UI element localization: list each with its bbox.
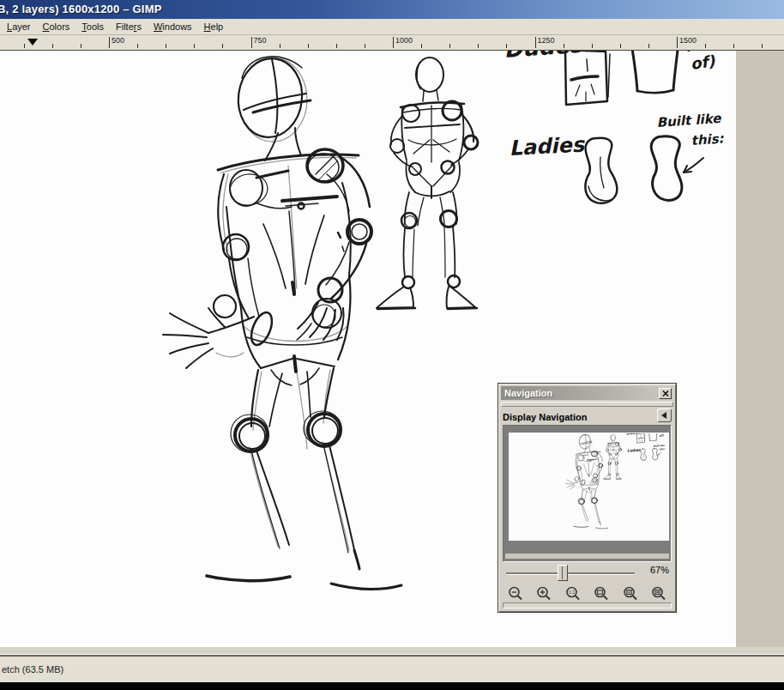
- menu-tools[interactable]: Tools: [75, 20, 110, 33]
- status-bar: etch (63.5 MB): [0, 657, 784, 682]
- menu-help[interactable]: Help: [198, 20, 230, 33]
- navigation-zoom-buttons: 1:1: [505, 584, 669, 602]
- magnifier-minus-icon: [507, 585, 524, 602]
- zoom-slider-handle[interactable]: [558, 565, 568, 581]
- canvas-bottom-gap: [0, 647, 784, 654]
- window-title: B, 2 layers) 1600x1200 – GIMP: [0, 3, 162, 15]
- navigation-close-button[interactable]: [659, 388, 672, 399]
- magnifier-1-1-icon: 1:1: [564, 585, 582, 602]
- ruler-position-marker-icon: [27, 39, 38, 45]
- menu-bar[interactable]: LayerColorsToolsFiltersWindowsHelp: [0, 19, 784, 35]
- canvas-padding-area: [736, 51, 784, 647]
- ruler-label: 1250: [538, 36, 555, 45]
- menu-colors[interactable]: Colors: [37, 20, 76, 33]
- window-titlebar[interactable]: B, 2 layers) 1600x1200 – GIMP: [0, 0, 784, 19]
- navigation-bottom-strip[interactable]: [503, 602, 672, 608]
- navigation-preview-footer: [505, 554, 669, 559]
- ruler-label: 750: [254, 36, 267, 45]
- magnifier-shrink-wrap-icon: [650, 585, 667, 602]
- left-triangle-icon: [661, 412, 667, 419]
- navigation-dialog-title: Navigation: [504, 388, 552, 398]
- zoom-percent-label: 67%: [650, 565, 669, 575]
- zoom-fill-window-button[interactable]: [620, 584, 641, 602]
- magnifier-fill-window-icon: [622, 585, 639, 602]
- menu-filters[interactable]: Filters: [110, 20, 148, 33]
- status-memory-text: etch (63.5 MB): [2, 664, 63, 675]
- navigation-drag-strip[interactable]: [501, 402, 673, 407]
- navigation-thumbnail[interactable]: [509, 433, 669, 541]
- bottom-black-band: [0, 682, 784, 690]
- magnifier-plus-icon: [535, 585, 552, 602]
- horizontal-ruler[interactable]: 500750100012501500: [0, 35, 784, 51]
- zoom-slider-track[interactable]: [506, 572, 635, 574]
- menu-layer[interactable]: Layer: [1, 20, 37, 33]
- gimp-window: { "window": { "title": "B, 2 layers) 160…: [0, 0, 784, 690]
- zoom-in-button[interactable]: [534, 584, 554, 602]
- navigation-preview[interactable]: [503, 425, 672, 562]
- zoom-fit-image-button[interactable]: [591, 584, 612, 602]
- ruler-label: 1500: [679, 36, 697, 45]
- zoom-out-button[interactable]: [505, 584, 526, 602]
- display-navigation-label: Display Navigation: [503, 412, 587, 422]
- menu-windows[interactable]: Windows: [148, 20, 198, 33]
- svg-text:1:1: 1:1: [569, 590, 575, 595]
- navigation-thumbnail-sketch: [537, 433, 667, 539]
- navigation-dialog-titlebar[interactable]: Navigation: [501, 386, 673, 400]
- navigation-menu-button[interactable]: [657, 409, 672, 422]
- zoom-shrink-wrap-button[interactable]: [648, 584, 669, 602]
- zoom-1-1-button[interactable]: 1:1: [563, 584, 583, 602]
- navigation-dialog[interactable]: Navigation Display Navigation 67%: [498, 383, 677, 613]
- magnifier-fit-image-icon: [593, 585, 610, 602]
- ruler-label: 1000: [395, 36, 413, 45]
- close-icon: [662, 390, 669, 396]
- ruler-label: 500: [112, 36, 124, 45]
